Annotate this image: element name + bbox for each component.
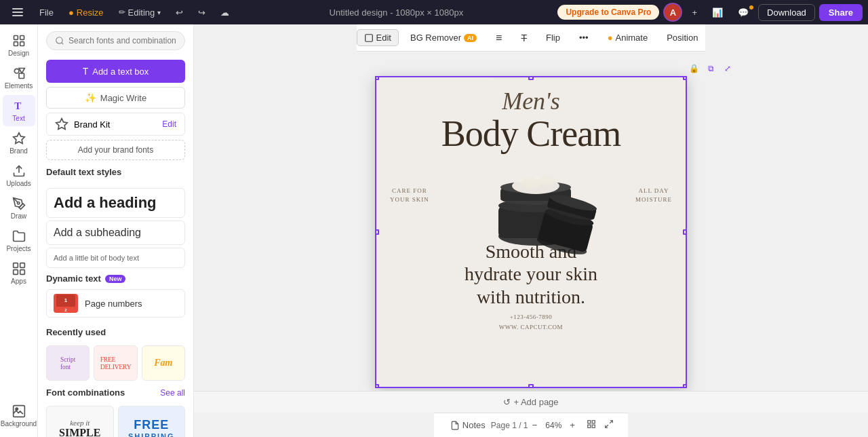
svg-point-16 — [56, 37, 62, 43]
left-text-line1: CARE FOR — [392, 187, 427, 194]
hamburger-menu-button[interactable] — [5, 4, 30, 20]
comments-icon: 💬 — [738, 7, 749, 18]
download-button[interactable]: Download — [758, 4, 815, 21]
heading-style-item[interactable]: Add a heading — [46, 188, 185, 218]
edit-label: Edit — [376, 33, 391, 43]
editing-button[interactable]: ✏ Editing ▾ — [113, 5, 167, 20]
top-toolbar: File ● Resize ✏ Editing ▾ ↩ ↪ ☁ Untitled… — [0, 0, 868, 24]
editing-label: Editing — [128, 7, 155, 18]
recently-used-grid: Scriptfont FREEDELIVERY Fam — [46, 345, 185, 381]
bottom-bar: Notes Page 1 / 1 − 64% + — [434, 413, 628, 437]
animate-button[interactable]: ● Animate — [600, 29, 656, 46]
page-numbers-item[interactable]: 1 2 Page numbers — [46, 289, 185, 318]
comments-button[interactable]: 💬 — [732, 5, 754, 20]
new-badge: New — [105, 275, 126, 283]
position-button[interactable]: Position — [659, 29, 705, 46]
right-text-line2: MOISTURE — [635, 196, 672, 203]
more-options-button[interactable]: ••• — [572, 29, 596, 46]
bg-remover-badge: AI — [464, 34, 477, 42]
analytics-button[interactable]: 📊 — [707, 5, 728, 20]
recently-used-font-1[interactable]: Scriptfont — [46, 345, 90, 381]
resize-button[interactable]: ● Resize — [63, 5, 109, 20]
upgrade-button[interactable]: Upgrade to Canva Pro — [557, 5, 659, 20]
second-toolbar: Edit BG Remover AI ≡ T Flip ••• ● Animat… — [357, 24, 706, 52]
canvas-frame[interactable]: ↺ ⧉ 🗑 ••• Men's Body Cream CARE FOR YOUR… — [375, 76, 687, 388]
background-icon — [12, 404, 26, 418]
sidebar-item-background[interactable]: Background — [3, 400, 35, 432]
brand-label: Brand — [9, 147, 28, 155]
lines-button[interactable]: ≡ — [488, 28, 509, 48]
upgrade-label: Upgrade to Canva Pro — [566, 7, 651, 17]
contact-website: WWW. CAPCUT.COM — [499, 324, 563, 330]
sidebar-item-brand[interactable]: Brand — [3, 128, 35, 159]
bg-remover-button[interactable]: BG Remover AI — [403, 29, 484, 46]
share-button[interactable]: Share — [819, 4, 863, 21]
sidebar-item-draw[interactable]: Draw — [3, 193, 35, 224]
file-menu-button[interactable]: File — [34, 5, 59, 20]
magic-write-label: Magic Write — [100, 93, 146, 103]
cloud-sync-button[interactable]: ☁ — [215, 5, 235, 20]
text-format-button[interactable]: T — [513, 29, 534, 47]
svg-line-35 — [610, 421, 612, 423]
zoom-out-button[interactable]: − — [528, 419, 542, 432]
flip-button[interactable]: Flip — [538, 29, 568, 46]
brand-kit-label: Brand Kit — [74, 119, 110, 130]
svg-rect-1 — [20, 36, 24, 40]
sidebar-item-text[interactable]: T Text — [3, 95, 35, 126]
contact-phone: +123-456-7890 — [510, 314, 553, 320]
sidebar-item-elements[interactable]: Elements — [3, 62, 35, 94]
recently-used-font-2[interactable]: FREEDELIVERY — [94, 345, 137, 381]
add-text-box-button[interactable]: T Add a text box — [46, 60, 185, 83]
svg-point-4 — [14, 69, 19, 73]
recently-used-font-3[interactable]: Fam — [142, 345, 185, 381]
add-text-label: Add a text box — [92, 66, 149, 77]
svg-rect-2 — [14, 42, 18, 46]
brand-kit-edit-button[interactable]: Edit — [162, 119, 176, 129]
zoom-out-icon: − — [532, 420, 538, 430]
svg-point-15 — [16, 408, 18, 410]
add-collaborator-button[interactable]: + — [686, 5, 703, 20]
dynamic-text-row: Dynamic text New — [38, 271, 193, 286]
left-panel: T Add a text box ✨ Magic Write Brand Kit… — [38, 24, 194, 437]
recently-used-title: Recently used — [46, 327, 106, 337]
pencil-icon: ✏ — [119, 7, 125, 17]
search-input[interactable] — [68, 36, 176, 45]
animate-label: Animate — [615, 33, 648, 43]
undo-icon: ↩ — [176, 7, 183, 18]
font-combinations-header: Font combinations See all — [46, 387, 185, 398]
fullscreen-button[interactable] — [601, 417, 617, 433]
magic-write-button[interactable]: ✨ Magic Write — [46, 87, 185, 109]
subheading-style-item[interactable]: Add a subheading — [46, 221, 185, 245]
apps-label: Apps — [11, 278, 26, 285]
see-all-button[interactable]: See all — [160, 388, 185, 398]
user-avatar-button[interactable]: A — [663, 3, 682, 22]
redo-button[interactable]: ↪ — [193, 5, 211, 20]
edit-button[interactable]: Edit — [357, 29, 399, 46]
add-page-button[interactable]: ↺ + Add page — [194, 391, 868, 413]
right-text-line1: ALL DAY — [638, 187, 669, 194]
sidebar-item-design[interactable]: Design — [3, 30, 35, 61]
grid-view-button[interactable] — [583, 417, 599, 433]
body-style-item[interactable]: Add a little bit of body text — [46, 248, 185, 268]
add-brand-fonts-button[interactable]: Add your brand fonts — [46, 140, 185, 160]
undo-button[interactable]: ↩ — [170, 5, 189, 20]
sidebar-item-apps[interactable]: Apps — [3, 258, 35, 289]
left-text-line2: YOUR SKIN — [390, 196, 429, 203]
design-title-italic: Men's — [502, 88, 560, 115]
apps-icon — [12, 262, 26, 276]
notes-button[interactable]: Notes — [445, 417, 491, 433]
resize-label: Resize — [77, 7, 104, 18]
svg-rect-12 — [13, 270, 18, 275]
font-sample-1: Scriptfont — [60, 356, 75, 370]
font-combinations-grid: keep it SIMPLE FREE SHIPPING — [46, 406, 185, 437]
page-num-thumbnail: 1 2 — [54, 294, 78, 313]
sidebar-item-uploads[interactable]: Uploads — [3, 160, 35, 191]
file-label: File — [39, 7, 54, 18]
cloud-icon: ☁ — [220, 7, 229, 18]
font-combo-1[interactable]: keep it SIMPLE — [46, 406, 114, 437]
dynamic-text-label: Dynamic text — [46, 273, 101, 284]
zoom-in-button[interactable]: + — [566, 419, 579, 432]
font-combo-2[interactable]: FREE SHIPPING — [118, 406, 186, 437]
font-combinations-section: Font combinations See all — [38, 381, 193, 406]
sidebar-item-projects[interactable]: Projects — [3, 225, 35, 256]
